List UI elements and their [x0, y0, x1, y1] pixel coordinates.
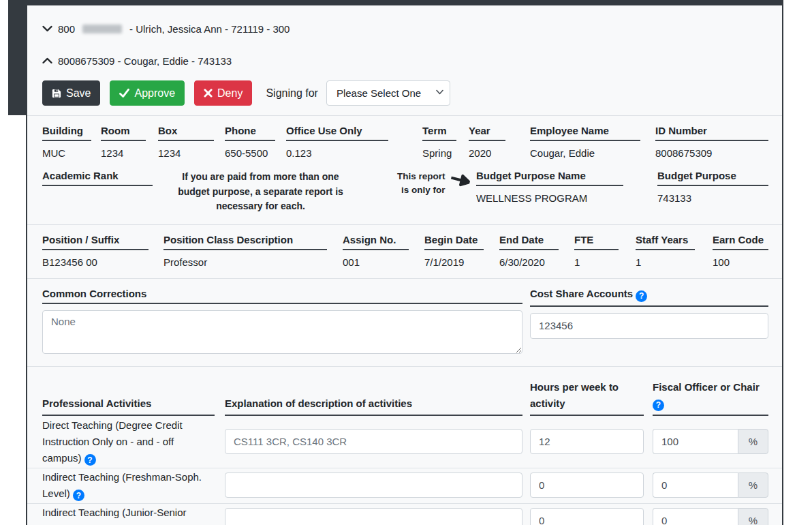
field-value: 2020 — [469, 147, 491, 159]
chevron-up-icon — [42, 57, 52, 64]
hours-input[interactable] — [530, 472, 644, 498]
action-toolbar: Save Approve Deny Signing for Please Sel… — [42, 80, 768, 106]
multi-budget-note: If you are paid from more than one budge… — [166, 170, 355, 214]
field-value: B123456 00 — [42, 256, 97, 268]
field-label: Position / Suffix — [42, 234, 149, 250]
budget-purpose-row: Academic Rank If you are paid from more … — [42, 170, 768, 214]
activity-label: Indirect Teaching (Junior-Senior Level)? — [42, 505, 215, 525]
employee-row-expanded[interactable]: 8008675309 - Cougar, Eddie - 743133 — [42, 54, 768, 68]
common-corrections-textarea[interactable]: None — [42, 310, 522, 354]
common-corrections-group: Common Corrections None — [42, 288, 522, 356]
page: 800 - Ulrich, Jessica Ann - 721119 - 300… — [0, 0, 812, 525]
save-icon — [52, 89, 61, 98]
employee-id-prefix: 800 — [58, 23, 75, 35]
approve-label: Approve — [134, 87, 175, 100]
x-icon — [204, 89, 213, 97]
cost-share-input[interactable] — [530, 313, 768, 339]
approve-button[interactable]: Approve — [110, 80, 185, 106]
check-icon — [119, 89, 129, 97]
field-label: Year — [469, 125, 505, 141]
activity-row: Indirect Teaching (Junior-Senior Level)?… — [42, 503, 768, 525]
fiscal-percent-input[interactable] — [653, 429, 738, 454]
field-value: 1234 — [101, 147, 123, 159]
field-value: 1234 — [158, 147, 181, 159]
field-label: Earn Code — [713, 234, 768, 250]
report-only-for-text: This report is only for — [389, 170, 445, 198]
field-label: FTE — [574, 234, 619, 250]
field-label: Position Class Description — [163, 234, 327, 250]
field-value: 1 — [636, 256, 641, 268]
help-icon[interactable]: ? — [84, 454, 96, 466]
field-value: 8008675309 — [655, 147, 712, 159]
field-value: 0.123 — [286, 147, 312, 159]
position-section: Position / SuffixB123456 00 Position Cla… — [27, 225, 782, 279]
employee-row-text: - Ulrich, Jessica Ann - 721119 - 300 — [129, 23, 290, 35]
help-icon[interactable]: ? — [636, 290, 647, 302]
deny-button[interactable]: Deny — [194, 80, 252, 106]
field-value: Professor — [163, 256, 207, 268]
field-value: Cougar, Eddie — [530, 147, 595, 159]
activity-row: Indirect Teaching (Freshman-Soph. Level)… — [42, 468, 768, 503]
percent-addon: % — [738, 508, 768, 525]
column-header-activities: Professional Activities — [42, 395, 215, 416]
column-header-hours: Hours per week to activity — [530, 379, 644, 416]
activity-row: Direct Teaching (Degree Credit Instructi… — [42, 416, 768, 468]
activities-table-header: Professional Activities Explanation of d… — [42, 379, 768, 416]
field-value: 6/30/2020 — [499, 256, 545, 268]
percent-input-group: % — [653, 429, 768, 454]
fiscal-percent-input[interactable] — [653, 472, 738, 498]
hours-input[interactable] — [530, 508, 644, 525]
budget-purpose-value: 743133 — [657, 192, 691, 204]
field-label: Assign No. — [343, 234, 409, 250]
employee-row-collapsed[interactable]: 800 - Ulrich, Jessica Ann - 721119 - 300 — [42, 22, 768, 35]
help-icon[interactable]: ? — [653, 400, 664, 411]
explanation-input[interactable] — [225, 429, 522, 454]
arrow-right-icon — [449, 170, 472, 190]
position-field-row: Position / SuffixB123456 00 Position Cla… — [42, 234, 768, 268]
signing-for-select[interactable]: Please Select One — [326, 80, 450, 106]
field-value: 7/1/2019 — [424, 256, 464, 268]
budget-purpose-name-value: WELLNESS PROGRAM — [476, 192, 587, 204]
percent-input-group: % — [653, 508, 768, 525]
field-value: 1 — [574, 256, 580, 268]
activity-report-card: 800 - Ulrich, Jessica Ann - 721119 - 300… — [26, 5, 783, 525]
employee-info-section: BuildingMUC Room1234 Box1234 Phone650-55… — [27, 116, 782, 225]
field-label: Term — [422, 125, 456, 141]
field-value: 001 — [343, 256, 360, 268]
column-header-fiscal: Fiscal Officer or Chair? — [653, 379, 768, 416]
cost-share-label: Cost Share Accounts? — [530, 288, 768, 307]
percent-input-group: % — [653, 472, 768, 498]
column-header-explanation: Explanation of description of activities — [225, 395, 522, 416]
redacted-id-blur — [82, 25, 122, 33]
field-label: Phone — [225, 125, 275, 141]
field-label: End Date — [499, 234, 559, 250]
dark-left-band — [8, 0, 26, 115]
field-label: Box — [158, 125, 214, 141]
fiscal-percent-input[interactable] — [653, 508, 738, 525]
save-label: Save — [66, 87, 91, 100]
field-label: Room — [101, 125, 146, 141]
employee-row-text: 8008675309 - Cougar, Eddie - 743133 — [58, 55, 232, 67]
budget-purpose-name-label: Budget Purpose Name — [476, 170, 623, 186]
field-value: Spring — [422, 147, 452, 159]
explanation-input[interactable] — [225, 508, 522, 525]
info-field-row: BuildingMUC Room1234 Box1234 Phone650-55… — [42, 125, 768, 159]
save-button[interactable]: Save — [42, 80, 100, 106]
hours-input[interactable] — [530, 429, 644, 454]
activity-label: Direct Teaching (Degree Credit Instructi… — [42, 417, 215, 466]
field-label: Staff Years — [636, 234, 695, 250]
help-icon[interactable]: ? — [73, 490, 84, 501]
field-label: Office Use Only — [286, 125, 388, 141]
signing-for-label: Signing for — [266, 87, 318, 100]
explanation-input[interactable] — [225, 472, 522, 498]
cost-share-group: Cost Share Accounts? — [530, 288, 768, 356]
header-section: 800 - Ulrich, Jessica Ann - 721119 - 300… — [27, 5, 782, 116]
corrections-section: Common Corrections None Cost Share Accou… — [27, 279, 782, 367]
field-label: Building — [42, 125, 91, 141]
chevron-down-icon — [42, 25, 52, 32]
field-label: Employee Name — [530, 125, 640, 141]
signing-for-select-wrap: Please Select One — [326, 80, 450, 106]
common-corrections-label: Common Corrections — [42, 288, 522, 304]
field-value: MUC — [42, 147, 65, 159]
percent-addon: % — [738, 472, 768, 498]
